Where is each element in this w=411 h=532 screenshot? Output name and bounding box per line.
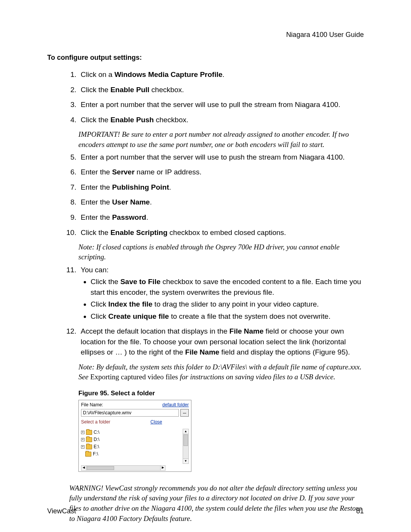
scroll-up-icon[interactable]: ▲ bbox=[183, 429, 188, 434]
step-3: Enter a port number that the server will… bbox=[78, 99, 364, 110]
step-12: Accept the default location that display… bbox=[78, 326, 364, 358]
bullet-text: Click bbox=[91, 312, 108, 320]
browse-button[interactable]: ... bbox=[180, 409, 189, 417]
step-text: name or IP address. bbox=[135, 168, 202, 176]
step-5: Enter a port number that the server will… bbox=[78, 152, 364, 163]
expand-icon[interactable]: + bbox=[81, 438, 84, 441]
step-4: Click the Enable Push checkbox. bbox=[78, 115, 364, 125]
step-text: field and display the options (Figure 95… bbox=[219, 348, 350, 356]
scroll-left-icon[interactable]: ◀ bbox=[81, 466, 86, 470]
step-text: Enter the bbox=[81, 213, 112, 221]
step-6: Enter the Server name or IP address. bbox=[78, 167, 364, 177]
step-text: checkbox. bbox=[154, 116, 188, 124]
options-bullets: Click the Save to File checkbox to save … bbox=[91, 276, 364, 321]
scroll-thumb[interactable] bbox=[87, 466, 114, 470]
select-folder-label: Select a folder bbox=[81, 419, 110, 425]
step-1: Click on a Windows Media Capture Profile… bbox=[78, 69, 364, 80]
tree-node-d[interactable]: + D:\ bbox=[81, 436, 181, 443]
bullet-text: to create a file that the system does no… bbox=[169, 312, 331, 320]
step-bold: File Name bbox=[229, 327, 264, 335]
file-name-input[interactable]: D:\AVFiles\capture.wmv bbox=[81, 409, 179, 417]
select-folder-dialog: File Name: default folder D:\AVFiles\cap… bbox=[78, 400, 191, 472]
step-text: Click on a bbox=[81, 70, 115, 78]
steps-list-cont: Enter a port number that the server will… bbox=[65, 152, 364, 238]
step-text: checkbox. bbox=[150, 86, 184, 94]
bullet-create-unique: Click Create unique file to create a fil… bbox=[91, 311, 364, 322]
step-bold: Server bbox=[112, 168, 134, 176]
drive-label: D:\ bbox=[94, 436, 99, 443]
step-10: Click the Enable Scripting checkbox to e… bbox=[78, 227, 364, 238]
step-bold: Password bbox=[112, 213, 146, 221]
page-footer: ViewCast 81 bbox=[47, 506, 364, 516]
bullet-bold: Create unique file bbox=[108, 312, 169, 320]
scroll-right-icon[interactable]: ▶ bbox=[160, 466, 165, 470]
drive-label: C:\ bbox=[94, 429, 99, 436]
warning-note: WARNING! ViewCast strongly recommends yo… bbox=[69, 483, 364, 524]
note-text: for instructions on saving video files t… bbox=[178, 373, 335, 381]
step-text: You can: bbox=[81, 266, 108, 274]
tree-node-f[interactable]: F:\ bbox=[84, 451, 181, 458]
drive-tree[interactable]: + C:\ + D:\ + E:\ F:\ bbox=[81, 429, 181, 464]
bullet-text: Click bbox=[91, 300, 108, 308]
step-text: . bbox=[169, 183, 171, 191]
step-text: Click the bbox=[81, 86, 110, 94]
step-bold: Publishing Point bbox=[112, 183, 169, 191]
step-text: Enter the bbox=[81, 183, 112, 191]
note-ref: Exporting captured video files bbox=[90, 373, 178, 381]
drive-label: E:\ bbox=[94, 443, 99, 451]
footer-brand: ViewCast bbox=[47, 506, 76, 516]
figure-caption: Figure 95. Select a folder bbox=[78, 389, 364, 398]
step-text: Click the bbox=[81, 116, 110, 124]
step-11: You can: Click the Save to File checkbox… bbox=[78, 265, 364, 322]
step-bold: Windows Media Capture Profile bbox=[115, 70, 223, 78]
step-9: Enter the Password. bbox=[78, 212, 364, 223]
file-name-label: File Name: bbox=[81, 402, 103, 408]
bullet-bold: Index the file bbox=[108, 300, 152, 308]
document-header: Niagara 4100 User Guide bbox=[47, 30, 364, 40]
scroll-thumb[interactable] bbox=[183, 435, 188, 446]
page-number: 81 bbox=[356, 506, 364, 516]
step-text: Enter the bbox=[81, 168, 112, 176]
folder-icon bbox=[86, 430, 92, 435]
bullet-bold: Save to File bbox=[120, 278, 161, 286]
step-bold: File Name bbox=[185, 348, 220, 356]
folder-icon bbox=[86, 437, 92, 442]
step-8: Enter the User Name. bbox=[78, 197, 364, 208]
tree-node-e[interactable]: + E:\ bbox=[81, 443, 181, 451]
step-text: . bbox=[146, 213, 148, 221]
section-heading: To configure output settings: bbox=[47, 53, 364, 62]
scroll-down-icon[interactable]: ▼ bbox=[183, 459, 188, 463]
drive-label: F:\ bbox=[93, 451, 98, 458]
default-folder-note: Note: By default, the system sets this f… bbox=[78, 362, 364, 382]
tree-node-c[interactable]: + C:\ bbox=[81, 429, 181, 436]
step-text: checkbox to embed closed captions. bbox=[167, 228, 286, 236]
step-bold: User Name bbox=[112, 198, 150, 206]
bullet-text: to drag the slider to any point in your … bbox=[153, 300, 319, 308]
default-folder-link[interactable]: default folder bbox=[162, 402, 189, 408]
step-bold: Enable Pull bbox=[110, 86, 149, 94]
vertical-scrollbar[interactable]: ▲ ▼ bbox=[183, 429, 189, 464]
scripting-note: Note: If closed captions is enabled thro… bbox=[78, 242, 364, 262]
step-text: . bbox=[223, 70, 225, 78]
expand-icon[interactable]: + bbox=[81, 445, 84, 449]
folder-icon bbox=[86, 444, 92, 449]
bullet-text: Click the bbox=[91, 278, 120, 286]
bullet-index-file: Click Index the file to drag the slider … bbox=[91, 299, 364, 310]
step-7: Enter the Publishing Point. bbox=[78, 182, 364, 193]
step-text: Enter the bbox=[81, 198, 112, 206]
step-bold: Enable Push bbox=[110, 116, 154, 124]
step-text: Click the bbox=[81, 228, 110, 236]
bullet-save-to-file: Click the Save to File checkbox to save … bbox=[91, 276, 364, 297]
horizontal-scrollbar[interactable]: ◀ ▶ bbox=[81, 465, 166, 471]
steps-list-cont2: You can: Click the Save to File checkbox… bbox=[65, 265, 364, 358]
steps-list: Click on a Windows Media Capture Profile… bbox=[65, 69, 364, 125]
important-note: IMPORTANT! Be sure to enter a port numbe… bbox=[78, 129, 364, 149]
step-text: . bbox=[150, 198, 152, 206]
step-text: Accept the default location that display… bbox=[81, 327, 229, 335]
folder-icon bbox=[85, 452, 91, 457]
step-2: Click the Enable Pull checkbox. bbox=[78, 85, 364, 95]
expand-icon[interactable]: + bbox=[81, 431, 84, 434]
step-bold: Enable Scripting bbox=[110, 228, 167, 236]
close-link[interactable]: Close bbox=[150, 419, 162, 425]
